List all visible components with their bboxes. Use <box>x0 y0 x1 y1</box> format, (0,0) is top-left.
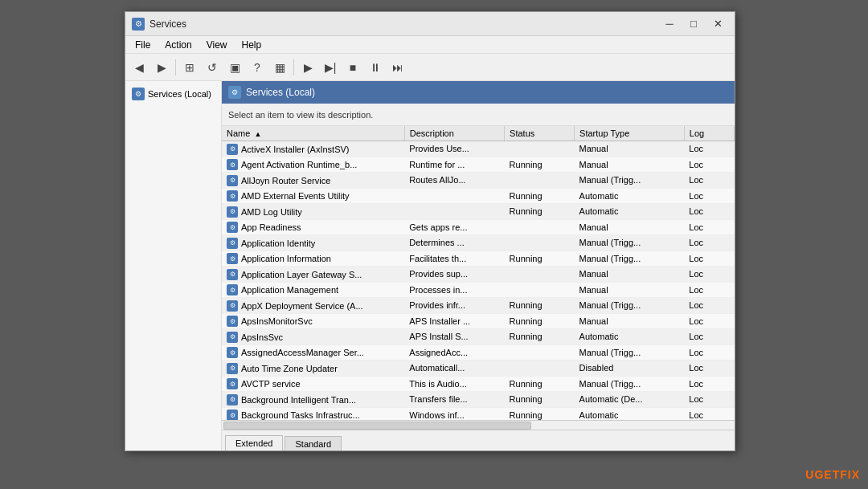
table-header-row: Name ▲ Description Status Startup Type L… <box>222 126 735 141</box>
service-icon: ⚙ <box>227 253 238 264</box>
menu-view[interactable]: View <box>200 38 234 52</box>
tab-standard[interactable]: Standard <box>285 436 342 450</box>
table-row[interactable]: ⚙App ReadinessGets apps re...ManualLoc <box>222 219 735 235</box>
service-name: AllJoyn Router Service <box>241 176 330 185</box>
service-status <box>505 173 575 189</box>
services-local-label: Services (Local) <box>148 89 211 99</box>
service-name: App Readiness <box>241 222 301 232</box>
service-status <box>505 141 575 157</box>
watermark: UGETFIX <box>805 468 860 481</box>
service-description: Determines ... <box>404 235 504 251</box>
service-description: AssignedAcc... <box>404 344 504 361</box>
column-name[interactable]: Name ▲ <box>222 126 404 141</box>
service-startup-type: Automatic (De... <box>575 392 685 408</box>
maximize-button[interactable]: □ <box>683 16 704 32</box>
right-panel: ⚙ Services (Local) Select an item to vie… <box>222 81 735 450</box>
properties-button[interactable]: ▦ <box>269 57 290 78</box>
start-service-button[interactable]: ▶ <box>297 57 318 78</box>
services-local-item[interactable]: ⚙ Services (Local) <box>129 84 218 104</box>
service-icon: ⚙ <box>227 378 238 389</box>
column-startup-type[interactable]: Startup Type <box>575 126 685 141</box>
service-status <box>505 282 575 298</box>
table-row[interactable]: ⚙ApsInsMonitorSvcAPS Installer ...Runnin… <box>222 313 735 329</box>
service-log: Loc <box>684 344 734 361</box>
service-startup-type: Automatic <box>575 204 685 220</box>
service-name: Background Tasks Infrastruc... <box>241 410 360 420</box>
service-log: Loc <box>684 313 734 329</box>
service-name: Application Layer Gateway S... <box>241 270 362 279</box>
table-row[interactable]: ⚙Agent Activation Runtime_b...Runtime fo… <box>222 157 735 173</box>
menu-file[interactable]: File <box>129 38 157 52</box>
table-row[interactable]: ⚙Background Tasks Infrastruc...Windows i… <box>222 407 735 420</box>
pause-service-button[interactable]: ⏸ <box>365 57 386 78</box>
toolbar: ◀ ▶ ⊞ ↺ ▣ ? ▦ ▶ ▶| ■ ⏸ ⏭ <box>125 54 735 81</box>
table-row[interactable]: ⚙Auto Time Zone UpdaterAutomaticall...Di… <box>222 361 735 377</box>
service-name: ApsInsMonitorSvc <box>241 316 313 326</box>
service-status: Running <box>505 188 575 204</box>
table-row[interactable]: ⚙ActiveX Installer (AxInstSV)Provides Us… <box>222 141 735 157</box>
column-description[interactable]: Description <box>404 126 504 141</box>
window-controls: ─ □ ✕ <box>659 16 728 32</box>
service-startup-type: Manual <box>575 267 685 283</box>
description-text: Select an item to view its description. <box>228 110 373 120</box>
service-status: Running <box>505 157 575 173</box>
table-row[interactable]: ⚙Background Intelligent Tran...Transfers… <box>222 392 735 408</box>
service-icon: ⚙ <box>227 144 238 155</box>
service-name: ActiveX Installer (AxInstSV) <box>241 145 350 154</box>
refresh-button[interactable]: ↺ <box>202 57 223 78</box>
forward-button[interactable]: ▶ <box>151 57 172 78</box>
services-table-container[interactable]: Name ▲ Description Status Startup Type L… <box>222 126 735 420</box>
horizontal-scrollbar[interactable] <box>222 420 735 430</box>
help-button[interactable]: ? <box>247 57 268 78</box>
service-description: Routes AllJo... <box>404 173 504 189</box>
service-status <box>505 361 575 377</box>
close-button[interactable]: ✕ <box>707 16 728 32</box>
service-startup-type: Manual <box>575 282 685 298</box>
service-icon: ⚙ <box>227 238 238 249</box>
stop-service-button[interactable]: ■ <box>342 57 363 78</box>
service-status: Running <box>505 407 575 420</box>
service-description: Windows inf... <box>404 407 504 420</box>
table-row[interactable]: ⚙Application InformationFacilitates th..… <box>222 251 735 267</box>
service-log: Loc <box>684 376 734 392</box>
service-startup-type: Automatic <box>575 329 685 345</box>
service-log: Loc <box>684 298 734 314</box>
tab-extended[interactable]: Extended <box>225 435 283 450</box>
table-row[interactable]: ⚙Application IdentityDetermines ...Manua… <box>222 235 735 251</box>
service-description: Provides Use... <box>404 141 504 157</box>
table-row[interactable]: ⚙ApsInsSvcAPS Install S...RunningAutomat… <box>222 329 735 345</box>
table-row[interactable]: ⚙AMD Log UtilityRunningAutomaticLoc <box>222 204 735 220</box>
show-hide-button[interactable]: ⊞ <box>179 57 200 78</box>
service-description: APS Installer ... <box>404 313 504 329</box>
start-paused-button[interactable]: ▶| <box>320 57 341 78</box>
menu-help[interactable]: Help <box>235 38 268 52</box>
table-row[interactable]: ⚙Application Layer Gateway S...Provides … <box>222 267 735 283</box>
service-description: Provides infr... <box>404 298 504 314</box>
service-icon: ⚙ <box>227 332 238 343</box>
resume-service-button[interactable]: ⏭ <box>387 57 408 78</box>
table-row[interactable]: ⚙AllJoyn Router ServiceRoutes AllJo...Ma… <box>222 173 735 189</box>
table-row[interactable]: ⚙AMD External Events UtilityRunningAutom… <box>222 188 735 204</box>
column-log[interactable]: Log <box>684 126 734 141</box>
column-status[interactable]: Status <box>505 126 575 141</box>
service-startup-type: Disabled <box>575 361 685 377</box>
service-description: Runtime for ... <box>404 157 504 173</box>
menu-bar: File Action View Help <box>125 36 735 54</box>
service-status <box>505 267 575 283</box>
panel-header: ⚙ Services (Local) <box>222 81 735 104</box>
back-button[interactable]: ◀ <box>129 57 149 78</box>
service-status: Running <box>505 329 575 345</box>
table-row[interactable]: ⚙AssignedAccessManager Ser...AssignedAcc… <box>222 344 735 361</box>
minimize-button[interactable]: ─ <box>659 16 680 32</box>
service-description: This is Audio... <box>404 376 504 392</box>
service-status: Running <box>505 204 575 220</box>
service-name: Agent Activation Runtime_b... <box>241 160 357 169</box>
table-row[interactable]: ⚙AppX Deployment Service (A...Provides i… <box>222 298 735 314</box>
menu-action[interactable]: Action <box>158 38 198 52</box>
service-log: Loc <box>684 329 734 345</box>
table-row[interactable]: ⚙Application ManagementProcesses in...Ma… <box>222 282 735 298</box>
export-button[interactable]: ▣ <box>224 57 245 78</box>
table-row[interactable]: ⚙AVCTP serviceThis is Audio...RunningMan… <box>222 376 735 392</box>
services-table: Name ▲ Description Status Startup Type L… <box>222 126 735 420</box>
service-startup-type: Manual (Trigg... <box>575 298 685 314</box>
